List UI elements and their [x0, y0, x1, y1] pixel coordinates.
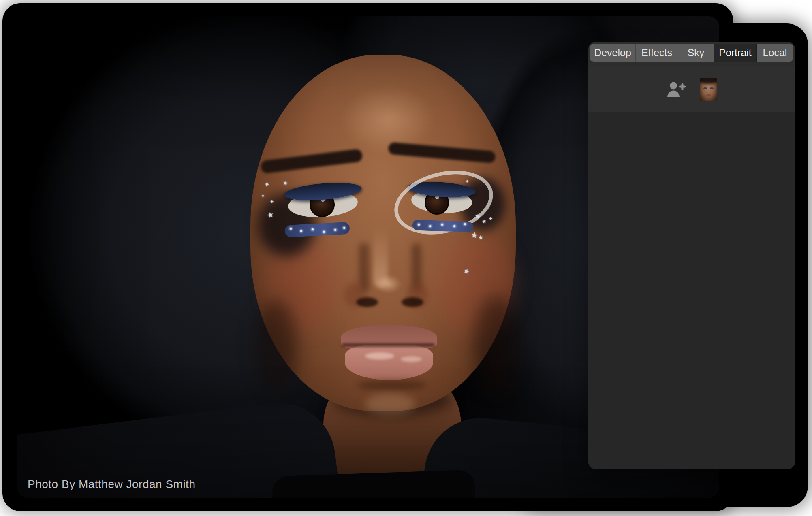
thumbnail-lips: [706, 94, 711, 96]
photo-credit: Photo By Matthew Jordan Smith: [28, 478, 195, 491]
thumbnail-left-eye: [703, 87, 707, 89]
tab-portrait[interactable]: Portrait: [714, 44, 757, 62]
app-stage: ✦ ✦ ✦ ★ ★ ✦ ★ ★ ✦ ★ ★ ★ Photo By Matthew…: [0, 0, 812, 516]
face-selection-row: [588, 67, 795, 112]
panel-body: [588, 112, 795, 469]
tab-local[interactable]: Local: [757, 44, 793, 62]
thumbnail-right-eye: [710, 87, 714, 89]
edit-panel: Develop Effects Sky Portrait Local: [588, 42, 795, 469]
person-plus-icon[interactable]: [666, 81, 686, 98]
panel-tabbar: Develop Effects Sky Portrait Local: [590, 44, 793, 62]
face-thumbnail[interactable]: [700, 78, 717, 101]
panel-tab-header: Develop Effects Sky Portrait Local: [588, 42, 795, 67]
tab-develop[interactable]: Develop: [590, 44, 636, 62]
tab-effects[interactable]: Effects: [636, 44, 678, 62]
tab-sky[interactable]: Sky: [678, 44, 714, 62]
thumbnail-hair: [700, 78, 717, 84]
